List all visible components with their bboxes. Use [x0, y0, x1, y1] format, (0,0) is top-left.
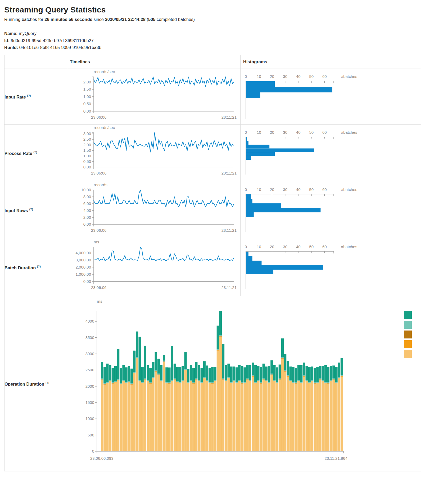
- batch-duration-histogram-chart: 0102030405060#batches: [241, 239, 420, 296]
- legend-swatch: [404, 350, 412, 358]
- svg-text:2.00: 2.00: [83, 215, 91, 220]
- completed-batch-count: 505: [148, 17, 156, 22]
- operation-duration-stacked-chart: ms0500100015002000250030003500400023:06:…: [67, 296, 420, 471]
- svg-text:0.00: 0.00: [83, 165, 91, 169]
- table-header-row: Timelines Histograms: [4, 55, 421, 69]
- svg-text:3,000.00: 3,000.00: [76, 258, 91, 262]
- svg-text:8.00: 8.00: [83, 194, 91, 199]
- legend-swatch: [404, 331, 412, 338]
- svg-text:10: 10: [257, 74, 261, 79]
- svg-text:50: 50: [309, 74, 314, 79]
- svg-text:#batches: #batches: [341, 74, 357, 79]
- svg-text:10: 10: [257, 187, 261, 192]
- svg-text:1000: 1000: [85, 416, 94, 421]
- svg-text:50: 50: [309, 244, 314, 249]
- svg-text:60: 60: [322, 244, 327, 249]
- svg-text:500: 500: [88, 433, 94, 437]
- svg-text:2500: 2500: [85, 368, 94, 372]
- svg-text:60: 60: [322, 130, 327, 135]
- batch-duration-timeline-chart: ms0.001,000.002,000.003,000.004,000.0023…: [67, 239, 241, 296]
- batch-duration-label-cell: Batch Duration (?): [4, 239, 67, 296]
- process-rate-label: Process Rate: [4, 151, 32, 156]
- svg-text:50: 50: [309, 130, 314, 135]
- process-rate-help-icon[interactable]: (?): [33, 150, 37, 154]
- process-rate-label-cell: Process Rate (?): [4, 125, 67, 182]
- svg-text:40: 40: [296, 187, 301, 192]
- svg-text:40: 40: [296, 244, 301, 249]
- query-runid-line: RunId: 04e101e6-8bf8-4165-9099-9104c951b…: [4, 44, 444, 51]
- svg-text:1.00: 1.00: [83, 154, 91, 158]
- query-name-value: myQuery: [19, 31, 37, 36]
- svg-text:1.50: 1.50: [83, 87, 91, 92]
- svg-text:#batches: #batches: [341, 187, 357, 192]
- query-id-label: Id:: [4, 38, 10, 43]
- svg-text:1,000.00: 1,000.00: [76, 272, 91, 276]
- svg-text:10: 10: [257, 130, 261, 135]
- svg-text:20: 20: [270, 187, 274, 192]
- input-rows-label-cell: Input Rows (?): [4, 182, 67, 239]
- svg-text:0.50: 0.50: [83, 159, 91, 164]
- legend-swatch: [404, 340, 412, 348]
- svg-text:1.50: 1.50: [83, 148, 91, 153]
- svg-text:6.00: 6.00: [83, 201, 91, 206]
- query-runid-label: RunId:: [4, 45, 18, 50]
- svg-text:1500: 1500: [85, 400, 94, 405]
- svg-text:ms: ms: [97, 299, 102, 304]
- query-name-line: Name: myQuery: [4, 30, 444, 37]
- empty-header-cell: [4, 55, 67, 69]
- svg-text:23:06:06: 23:06:06: [91, 285, 106, 290]
- svg-text:0: 0: [245, 130, 247, 135]
- start-timestamp: 2020/05/21 22:44:28: [105, 17, 146, 22]
- svg-text:0.00: 0.00: [83, 109, 91, 113]
- svg-text:10.00: 10.00: [81, 188, 91, 192]
- batch-duration-help-icon[interactable]: (?): [37, 265, 41, 268]
- svg-text:20: 20: [270, 244, 274, 249]
- query-name-label: Name:: [4, 31, 17, 36]
- svg-text:60: 60: [322, 74, 327, 79]
- process-rate-histogram-chart: 0102030405060#batches: [241, 125, 420, 182]
- svg-text:30: 30: [283, 130, 287, 135]
- input-rate-row: Input Rate (?) records/sec0.000.501.001.…: [4, 69, 421, 125]
- svg-text:4,000.00: 4,000.00: [76, 251, 91, 255]
- svg-text:23:06:06: 23:06:06: [91, 115, 106, 119]
- svg-text:#batches: #batches: [341, 244, 357, 249]
- svg-text:0: 0: [245, 74, 247, 79]
- svg-text:0: 0: [92, 449, 94, 453]
- svg-text:4.00: 4.00: [83, 208, 91, 213]
- svg-text:#batches: #batches: [341, 130, 357, 135]
- svg-text:20: 20: [270, 130, 274, 135]
- input-rows-help-icon[interactable]: (?): [29, 208, 33, 211]
- input-rate-label: Input Rate: [4, 94, 26, 99]
- batch-duration-label: Batch Duration: [4, 265, 36, 270]
- input-rate-help-icon[interactable]: (?): [27, 94, 31, 97]
- operation-duration-label: Operation Duration: [4, 381, 44, 386]
- input-rows-histogram-chart: 0102030405060#batches: [241, 182, 420, 239]
- input-rate-timeline-chart: records/sec0.000.501.001.502.0023:06:062…: [67, 69, 241, 124]
- svg-text:2.00: 2.00: [83, 142, 91, 147]
- process-rate-row: Process Rate (?) records/sec0.000.501.00…: [4, 125, 421, 182]
- svg-text:10: 10: [257, 244, 261, 249]
- svg-text:20: 20: [270, 74, 274, 79]
- svg-text:23:11:21.864: 23:11:21.864: [325, 456, 347, 461]
- operation-duration-legend: [404, 311, 412, 358]
- statistics-table: Timelines Histograms Input Rate (?) reco…: [4, 55, 421, 471]
- running-batches-summary: Running batches for 26 minutes 56 second…: [4, 17, 444, 22]
- legend-swatch: [404, 321, 412, 329]
- svg-text:0.00: 0.00: [83, 222, 91, 226]
- svg-text:23:11:21: 23:11:21: [221, 285, 237, 290]
- svg-text:30: 30: [283, 74, 287, 79]
- svg-text:30: 30: [283, 187, 287, 192]
- operation-duration-row: Operation Duration (?) ms050010001500200…: [4, 296, 421, 471]
- svg-text:23:11:21: 23:11:21: [221, 171, 237, 175]
- page-title: Streaming Query Statistics: [4, 5, 444, 14]
- svg-text:2000: 2000: [85, 384, 94, 389]
- svg-text:4000: 4000: [85, 319, 94, 324]
- svg-text:23:06:06: 23:06:06: [91, 228, 106, 233]
- query-id-line: Id: 9d0dd219-995d-423e-b97d-36931110bb27: [4, 37, 444, 44]
- svg-text:2.50: 2.50: [83, 137, 91, 141]
- operation-duration-help-icon[interactable]: (?): [46, 381, 49, 384]
- legend-swatch: [404, 311, 412, 319]
- timelines-header: Timelines: [67, 55, 241, 69]
- svg-text:3000: 3000: [85, 351, 94, 356]
- operation-duration-label-cell: Operation Duration (?): [4, 296, 67, 471]
